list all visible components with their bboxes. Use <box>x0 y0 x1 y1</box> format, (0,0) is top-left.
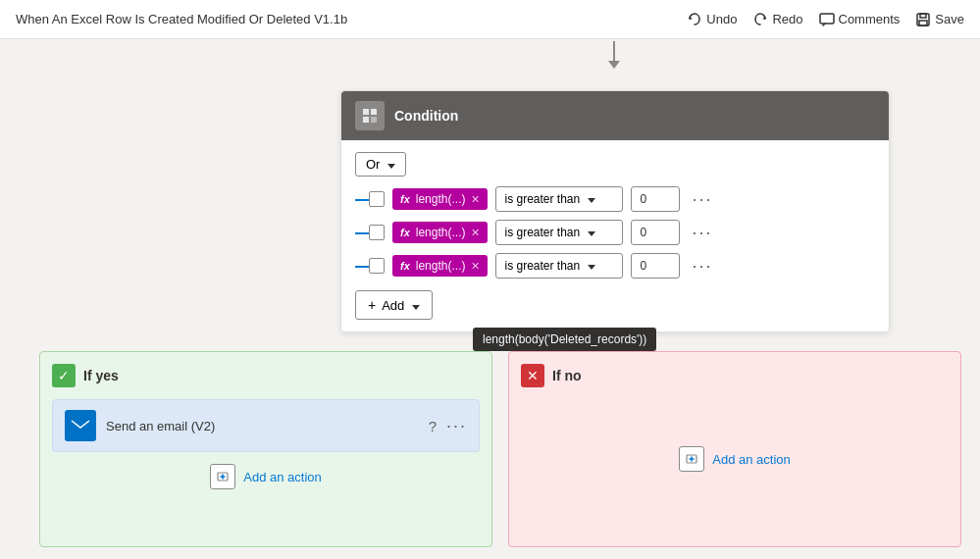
save-icon <box>915 12 931 27</box>
operator-chevron-2 <box>586 226 595 239</box>
if-no-label: If no <box>552 368 582 383</box>
flow-title: When An Excel Row Is Created Modified Or… <box>16 12 347 26</box>
operator-label-2: is greater than <box>504 226 580 239</box>
add-action-yes-label: Add an action <box>243 470 322 484</box>
pill-close-2[interactable]: ✕ <box>471 227 480 239</box>
condition-body: Or fx length(...) ✕ is greater than ··· <box>341 140 889 331</box>
email-icon-box <box>65 410 96 441</box>
email-card-title: Send an email (V2) <box>106 419 215 433</box>
row-connector-1 <box>355 199 369 201</box>
add-action-no-label: Add an action <box>712 452 791 467</box>
row-checkbox-1[interactable] <box>369 191 385 207</box>
operator-label-1: is greater than <box>504 192 580 206</box>
condition-header-left: Condition <box>355 101 458 130</box>
comments-button[interactable]: Comments <box>819 12 901 27</box>
pill-label-1: length(...) <box>416 192 466 206</box>
operator-chevron-1 <box>586 192 595 206</box>
undo-icon <box>687 12 702 27</box>
add-button[interactable]: + Add <box>355 290 433 320</box>
operator-label-3: is greater than <box>504 259 580 273</box>
add-action-yes-icon <box>210 464 235 489</box>
fx-icon-1: fx <box>400 193 410 205</box>
outlook-icon <box>71 416 90 435</box>
add-action-no-svg <box>685 452 698 466</box>
redo-icon <box>752 12 768 27</box>
top-bar: When An Excel Row Is Created Modified Or… <box>0 0 980 39</box>
if-yes-label: If yes <box>83 368 119 383</box>
email-card: Send an email (V2) ? ··· <box>52 399 480 452</box>
svg-rect-5 <box>371 109 377 115</box>
svg-rect-2 <box>920 14 926 18</box>
or-dropdown[interactable]: Or <box>355 152 406 177</box>
if-yes-panel: ✓ If yes Send an email (V2) ? ··· <box>39 351 492 547</box>
function-pill-1[interactable]: fx length(...) ✕ <box>392 188 488 210</box>
condition-card: Condition ··· Or fx length(...) ✕ is g <box>340 90 890 332</box>
undo-button[interactable]: Undo <box>687 12 737 27</box>
row-connector-3 <box>355 266 369 268</box>
connector-arrow <box>608 41 620 69</box>
condition-row-1: fx length(...) ✕ is greater than ··· <box>355 186 875 212</box>
row-checkbox-3[interactable] <box>369 258 385 274</box>
function-pill-2[interactable]: fx length(...) ✕ <box>392 222 488 243</box>
svg-rect-3 <box>919 21 927 25</box>
email-help-icon[interactable]: ? <box>429 418 437 434</box>
canvas: Condition ··· Or fx length(...) ✕ is g <box>0 39 980 559</box>
condition-more-button[interactable]: ··· <box>854 106 875 127</box>
operator-dropdown-3[interactable]: is greater than <box>495 253 623 279</box>
value-input-1[interactable] <box>631 186 680 212</box>
add-action-no-icon <box>679 446 704 472</box>
condition-icon-svg <box>361 107 379 125</box>
email-card-left: Send an email (V2) <box>65 410 215 441</box>
connector-arrowhead <box>608 61 620 69</box>
row-connector-2 <box>355 232 369 234</box>
condition-title: Condition <box>394 108 458 124</box>
row-more-3[interactable]: ··· <box>692 256 712 277</box>
svg-rect-6 <box>363 117 369 123</box>
condition-row-2: fx length(...) ✕ is greater than ··· <box>355 220 875 245</box>
svg-rect-0 <box>820 14 834 24</box>
if-yes-badge: ✓ <box>52 364 76 387</box>
top-bar-actions: Undo Redo Comments Save <box>687 12 964 27</box>
svg-rect-4 <box>363 109 369 115</box>
or-label: Or <box>366 157 380 172</box>
panels-row: ✓ If yes Send an email (V2) ? ··· <box>39 351 961 547</box>
row-more-1[interactable]: ··· <box>692 189 712 210</box>
condition-icon-box <box>355 101 385 130</box>
svg-rect-8 <box>72 420 89 433</box>
add-chevron-icon <box>410 298 420 313</box>
connector-line <box>613 41 615 61</box>
condition-header: Condition ··· <box>341 91 889 140</box>
or-chevron-icon <box>386 157 395 172</box>
condition-row-3: fx length(...) ✕ is greater than ··· <box>355 253 875 279</box>
redo-button[interactable]: Redo <box>752 12 802 27</box>
operator-chevron-3 <box>586 259 595 273</box>
pill-label-2: length(...) <box>416 226 466 239</box>
if-no-badge: ✕ <box>521 364 544 387</box>
add-action-yes-button[interactable]: Add an action <box>52 464 480 489</box>
value-input-2[interactable] <box>631 220 680 245</box>
operator-dropdown-2[interactable]: is greater than <box>495 220 623 245</box>
if-no-header: ✕ If no <box>521 364 949 387</box>
fx-icon-2: fx <box>400 227 410 238</box>
if-yes-header: ✓ If yes <box>52 364 480 387</box>
pill-label-3: length(...) <box>416 259 466 273</box>
add-action-yes-svg <box>216 470 230 483</box>
pill-close-3[interactable]: ✕ <box>471 260 480 273</box>
row-checkbox-2[interactable] <box>369 225 385 240</box>
email-card-actions: ? ··· <box>429 416 467 436</box>
add-action-no-button[interactable]: Add an action <box>521 446 949 472</box>
value-input-3[interactable] <box>631 253 680 279</box>
row-more-2[interactable]: ··· <box>692 223 712 243</box>
operator-dropdown-1[interactable]: is greater than <box>495 186 623 212</box>
fx-icon-3: fx <box>400 260 410 272</box>
svg-rect-7 <box>371 117 377 123</box>
pill-close-1[interactable]: ✕ <box>471 193 480 206</box>
comments-icon <box>819 12 835 27</box>
tooltip: length(body('Deleted_records')) <box>473 328 656 351</box>
add-plus-icon: + <box>368 297 376 313</box>
if-no-panel: ✕ If no Add an action <box>508 351 961 547</box>
email-more-icon[interactable]: ··· <box>446 416 467 436</box>
function-pill-3[interactable]: fx length(...) ✕ <box>392 255 488 277</box>
save-button[interactable]: Save <box>915 12 964 27</box>
add-button-wrapper: + Add length(body('Deleted_records')) <box>355 286 433 320</box>
